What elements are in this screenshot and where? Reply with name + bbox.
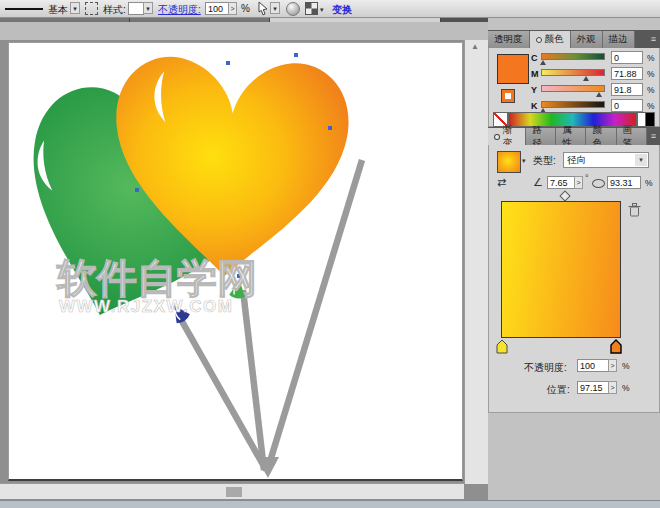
- tab-brushes[interactable]: 画笔: [617, 128, 647, 145]
- yellow-value-input[interactable]: [611, 83, 643, 96]
- scroll-up-icon[interactable]: ▲: [471, 42, 479, 51]
- tab-transparency[interactable]: 透明度: [488, 31, 530, 48]
- tab-color-active[interactable]: 颜色: [530, 31, 571, 48]
- yellow-slider[interactable]: [541, 85, 605, 92]
- style-label: 样式:: [103, 3, 126, 17]
- cyan-slider[interactable]: [541, 53, 605, 60]
- control-bar: 基本 ▾ 样式: ▾ 不透明度: > % ▾ ▾ 变换: [0, 0, 660, 18]
- slider-label: C: [531, 53, 538, 63]
- percent-label: %: [647, 53, 655, 63]
- slider-handle[interactable]: [583, 76, 589, 81]
- select-similar-cursor-icon[interactable]: [256, 1, 270, 16]
- panel-menu-icon[interactable]: ≡: [647, 128, 660, 145]
- tab-stroke[interactable]: 描边: [603, 31, 635, 48]
- color-panel-body: C % M % Y % K: [488, 48, 660, 127]
- black-slider[interactable]: [541, 101, 605, 108]
- stop-position-input[interactable]: [577, 381, 609, 394]
- percent-label: %: [647, 101, 655, 111]
- gradient-swatch[interactable]: [497, 151, 521, 173]
- gradient-stop-left[interactable]: [496, 339, 508, 354]
- angle-input[interactable]: [547, 176, 575, 189]
- opacity-input[interactable]: [205, 2, 229, 15]
- illustrator-window: 基本 ▾ 样式: ▾ 不透明度: > % ▾ ▾ 变换 3317.ai* @ 6…: [0, 0, 660, 508]
- horizontal-scrollbar[interactable]: [0, 483, 464, 499]
- slider-handle[interactable]: [596, 92, 602, 97]
- pattern-grid-icon[interactable]: [305, 2, 318, 15]
- angle-spinner-icon[interactable]: >: [574, 176, 583, 189]
- black-value-input[interactable]: [611, 99, 643, 112]
- gradient-type-select[interactable]: 径向 ▾: [563, 152, 649, 168]
- gradient-panel-body: ▾ 类型: 径向 ▾ ⇄ ∠ > ° %: [488, 145, 660, 413]
- aspect-ratio-input[interactable]: [607, 176, 641, 189]
- pattern-dropdown-icon[interactable]: ▾: [320, 6, 324, 14]
- select-similar-dropdown-icon[interactable]: ▾: [270, 2, 280, 14]
- stroke-preview-line: [5, 8, 43, 10]
- cyan-value-input[interactable]: [611, 51, 643, 64]
- gradient-stop-right-selected[interactable]: [610, 339, 622, 354]
- type-dropdown-icon: ▾: [635, 154, 647, 166]
- opacity-link[interactable]: 不透明度:: [158, 3, 201, 17]
- slider-row-cyan: C %: [489, 51, 660, 66]
- sphere-icon[interactable]: [286, 2, 300, 16]
- brush-preset-dropdown-icon[interactable]: ▾: [70, 2, 80, 14]
- vertical-scrollbar[interactable]: ▲: [464, 40, 488, 484]
- style-dropdown-icon[interactable]: ▾: [143, 2, 153, 14]
- transform-link[interactable]: 变换: [332, 3, 352, 17]
- gradient-midpoint-marker[interactable]: [559, 190, 570, 201]
- slider-label: M: [531, 69, 539, 79]
- tab-appearance[interactable]: 外观: [571, 31, 603, 48]
- delete-stop-trash-icon[interactable]: [628, 203, 641, 217]
- horizontal-scroll-thumb[interactable]: [226, 487, 242, 497]
- dashed-box-icon[interactable]: [85, 2, 98, 15]
- reverse-gradient-icon[interactable]: ⇄: [497, 176, 506, 189]
- gradient-ramp[interactable]: [501, 201, 621, 338]
- percent-label: %: [647, 85, 655, 95]
- stop-opacity-label: 不透明度:: [524, 361, 567, 375]
- degree-label: °: [585, 173, 589, 183]
- panel-modified-dot: [536, 37, 542, 43]
- black-swatch[interactable]: [645, 112, 655, 127]
- anchor-point: [226, 61, 230, 65]
- gradient-swatch-dropdown-icon[interactable]: ▾: [522, 157, 526, 165]
- tab-attributes[interactable]: 属性: [556, 128, 586, 145]
- aspect-ratio-icon: [592, 179, 605, 188]
- opacity-spinner-icon[interactable]: >: [228, 2, 237, 15]
- anchor-point: [328, 126, 332, 130]
- stop-position-spinner-icon[interactable]: >: [608, 381, 617, 394]
- slider-label: K: [531, 101, 538, 111]
- slider-row-yellow: Y %: [489, 83, 660, 98]
- stop-opacity-spinner-icon[interactable]: >: [608, 359, 617, 372]
- tab-path[interactable]: 路径: [526, 128, 556, 145]
- panel-modified-dot: [494, 134, 500, 140]
- color-panel-tabs: 透明度 颜色 外观 描边 ≡: [488, 30, 660, 48]
- magenta-slider[interactable]: [541, 69, 605, 76]
- slider-handle[interactable]: [540, 60, 546, 65]
- tab-color2[interactable]: 颜色: [586, 128, 616, 145]
- tab-gradient-active[interactable]: 渐变: [488, 128, 526, 145]
- percent-label: %: [645, 178, 653, 188]
- stop-position-label: 位置:: [547, 383, 570, 397]
- percent-label: %: [622, 361, 630, 371]
- magenta-value-input[interactable]: [611, 67, 643, 80]
- slider-row-magenta: M %: [489, 67, 660, 82]
- type-label: 类型:: [533, 154, 556, 168]
- stop-opacity-input[interactable]: [577, 359, 609, 372]
- gradient-panel-tabs: 渐变 路径 属性 颜色 画笔 ≡: [488, 127, 660, 145]
- canvas-area: 软件自学网 WWW.RJZXW.COM ▲: [0, 40, 488, 500]
- status-strip: [0, 500, 660, 508]
- anchor-point: [294, 53, 298, 57]
- panel-menu-icon[interactable]: ≡: [647, 31, 660, 48]
- slider-label: Y: [531, 85, 537, 95]
- opacity-percent: %: [241, 3, 250, 14]
- brush-preset-value[interactable]: 基本: [48, 3, 68, 17]
- style-select[interactable]: [128, 2, 144, 15]
- percent-label: %: [647, 69, 655, 79]
- watermark-title: 软件自学网: [56, 256, 257, 300]
- percent-label: %: [622, 383, 630, 393]
- panel-dock: 透明度 颜色 外观 描边 ≡ C % M: [488, 18, 660, 500]
- artwork: 软件自学网 WWW.RJZXW.COM: [0, 40, 488, 483]
- angle-icon: ∠: [533, 176, 543, 189]
- anchor-point: [135, 188, 139, 192]
- strings-knot-point[interactable]: [256, 457, 279, 478]
- watermark-url: WWW.RJZXW.COM: [59, 297, 233, 316]
